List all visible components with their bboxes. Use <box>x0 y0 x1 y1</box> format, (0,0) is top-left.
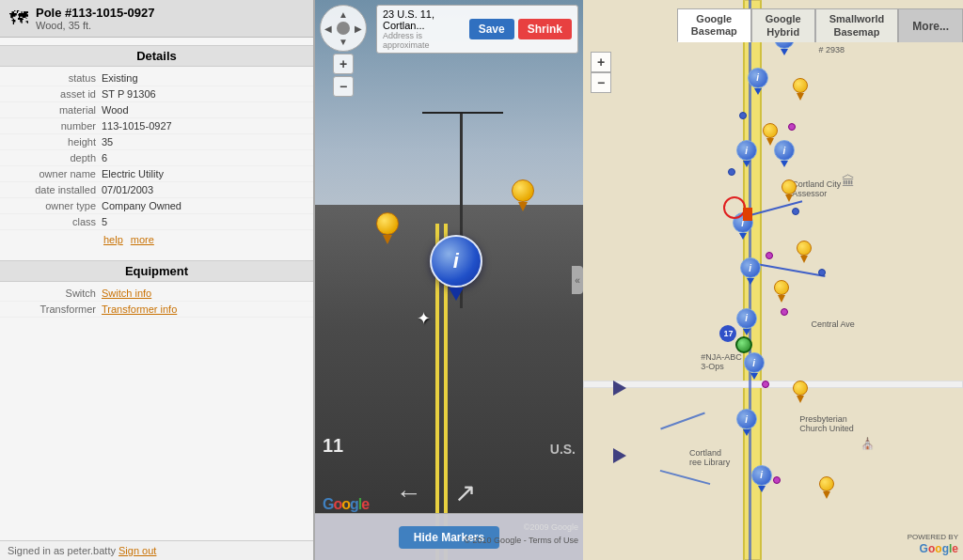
map-blue-tail-4 <box>781 161 788 167</box>
map-connector-3 <box>660 412 705 430</box>
map-label-presbyterian: PresbyterianChurch United <box>799 414 854 433</box>
tab-more[interactable]: More... <box>898 8 963 42</box>
map-blue-tail-5 <box>739 233 747 240</box>
map-blue-tail-1 <box>781 49 788 55</box>
details-section: Details status Existing asset id ST P 91… <box>0 38 313 253</box>
sv-address-bar: 23 U.S. 11, Cortlan... Address is approx… <box>376 5 578 54</box>
map-blue-marker-9[interactable] <box>735 409 758 437</box>
owner-type-value: Company Owned <box>102 200 182 211</box>
switch-row: Switch Switch info <box>0 286 313 302</box>
map-yellow-pin-5[interactable] <box>796 241 813 263</box>
sv-nav-down-icon: ▼ <box>339 37 348 47</box>
map-zoom-out-button[interactable]: − <box>591 72 611 93</box>
sv-zoom-in-button[interactable]: + <box>333 54 354 74</box>
owner-type-label: owner type <box>8 200 102 211</box>
map-yellow-tail-4 <box>785 194 793 202</box>
map-blue-circle-6 <box>740 257 761 278</box>
number-label: number <box>8 120 102 132</box>
map-blue-tail-10 <box>758 486 766 492</box>
sv-yellow-pin-right-circle <box>512 179 534 202</box>
sv-nav-controls: ▲ ▼ ◀ ▶ + − <box>320 5 367 97</box>
map-tabs: GoogleBasemap GoogleHybrid SmallworldBas… <box>677 0 963 42</box>
map-institution-icon: 🏛 <box>842 174 855 189</box>
more-link[interactable]: more <box>131 234 154 245</box>
map-yellow-tail-7 <box>797 396 804 403</box>
sv-address-approx: Address is approximate <box>383 31 466 50</box>
map-zoom-in-button[interactable]: + <box>591 52 611 72</box>
map-blue-marker-6[interactable] <box>739 257 762 286</box>
sv-nav-up-icon: ▲ <box>339 9 348 20</box>
save-button[interactable]: Save <box>469 19 514 39</box>
map-yellow-pin-2[interactable] <box>792 78 809 101</box>
map-yellow-circle-3 <box>763 123 778 138</box>
map-number-badge-17: 17 <box>719 325 736 342</box>
date-installed-value: 07/01/2003 <box>102 184 153 195</box>
map-yellow-pin-6[interactable] <box>773 280 790 303</box>
sv-yellow-pin-right[interactable] <box>511 179 535 211</box>
owner-name-value: Electric Utility <box>102 168 164 179</box>
map-green-circle <box>735 336 752 353</box>
material-row: material Wood <box>0 102 313 118</box>
map-node-1 <box>739 112 747 119</box>
sv-copyright2: © 2010 Google - Terms of Use <box>464 536 578 545</box>
map-yellow-tail-3 <box>766 138 774 146</box>
map-blue-marker-8[interactable] <box>743 352 766 381</box>
tab-google-hybrid[interactable]: GoogleHybrid <box>751 8 815 42</box>
map-blue-marker-10[interactable] <box>750 465 773 493</box>
sv-copyright: ©2009 Google <box>524 522 578 532</box>
transformer-row: Transformer Transformer info <box>0 302 313 318</box>
tab-google-basemap[interactable]: GoogleBasemap <box>677 8 751 42</box>
number-value: 113-1015-0927 <box>102 120 172 132</box>
map-blue-tail-3 <box>743 161 750 167</box>
map-blue-marker-2[interactable] <box>747 68 769 96</box>
asset-id-value: ST P 91306 <box>102 88 156 100</box>
street-view-panel: 11 U.S. ← ↗ ✦ ▲ ▼ ◀ ▶ <box>315 0 583 560</box>
map-yellow-circle-5 <box>797 241 812 256</box>
height-value: 35 <box>102 136 113 148</box>
map-blue-marker-7[interactable] <box>735 308 758 336</box>
map-purple-circle-1 <box>788 123 796 131</box>
owner-name-label: owner name <box>8 168 102 179</box>
sv-wire <box>422 112 503 114</box>
transformer-link[interactable]: Transformer info <box>102 303 177 315</box>
depth-value: 6 <box>102 152 107 163</box>
map-yellow-pin-4[interactable] <box>781 179 797 202</box>
collapse-handle[interactable]: « <box>572 266 583 294</box>
links-row: help more <box>0 230 313 249</box>
help-link[interactable]: help <box>103 234 123 245</box>
map-connector-2 <box>750 262 825 277</box>
map-yellow-pin-8[interactable] <box>818 476 835 499</box>
sv-yellow-pin-left[interactable] <box>374 212 401 246</box>
owner-name-row: owner name Electric Utility <box>0 166 313 182</box>
map-blue-marker-3[interactable] <box>735 140 758 168</box>
sign-out-link[interactable]: Sign out <box>118 545 156 556</box>
shrink-button[interactable]: Shrink <box>518 19 572 39</box>
transformer-label: Transformer <box>8 303 102 315</box>
map-label-cortland-library: Cortlandree Library <box>689 448 730 467</box>
date-installed-row: date installed 07/01/2003 <box>0 182 313 198</box>
panel-icon: 🗺 <box>9 8 28 29</box>
tab-smallworld-basemap[interactable]: SmallworldBasemap <box>815 8 899 42</box>
depth-row: depth 6 <box>0 150 313 166</box>
map-label-central-ave: Central Ave <box>811 319 854 329</box>
map-purple-circle-3 <box>781 308 788 316</box>
map-yellow-circle-7 <box>793 381 808 396</box>
map-horizontal-road <box>583 381 963 388</box>
sv-zoom-out-button[interactable]: − <box>333 76 354 97</box>
map-label-2938: # 2938 <box>818 45 845 54</box>
signed-in-text: Signed in as peter.batty <box>8 545 116 556</box>
sv-nav-pad[interactable]: ▲ ▼ ◀ ▶ <box>320 5 367 52</box>
map-yellow-pin-3[interactable] <box>762 123 779 146</box>
map-node-3 <box>792 208 799 215</box>
sv-blue-info-marker[interactable] <box>428 235 484 301</box>
map-label-nja-abc: #NJA-ABC3-Ops <box>701 352 742 371</box>
panel-footer: Signed in as peter.batty Sign out <box>0 540 313 560</box>
switch-link[interactable]: Switch info <box>102 288 151 299</box>
map-yellow-tail-6 <box>778 295 785 303</box>
sv-address-text: 23 U.S. 11, Cortlan... Address is approx… <box>383 8 466 50</box>
map-yellow-pin-7[interactable] <box>792 381 809 403</box>
equipment-title: Equipment <box>0 260 313 282</box>
map-blue-circle-7 <box>736 308 757 329</box>
sv-road-number: 11 <box>323 435 343 457</box>
map-google-logo: Google <box>920 542 958 555</box>
